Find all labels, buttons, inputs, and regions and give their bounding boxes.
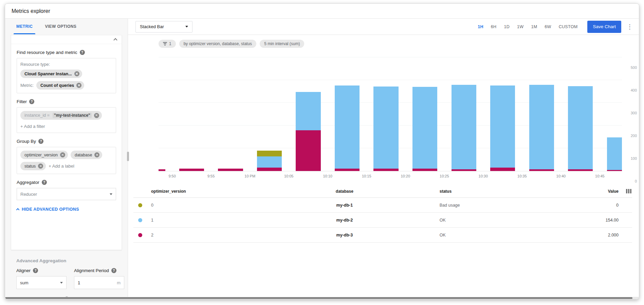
bar-segment-9-series-1[interactable] bbox=[490, 85, 515, 168]
col-optimizer-version: optimizer_version bbox=[151, 189, 250, 194]
cell-status: OK bbox=[440, 233, 574, 237]
bar-segment-8-series-2[interactable] bbox=[452, 169, 476, 171]
group-by-chip-status[interactable]: status✕ bbox=[20, 162, 46, 170]
find-resource-label-row: Find resource type and metric ? bbox=[17, 50, 116, 55]
bar-segment-6-series-1[interactable] bbox=[373, 87, 398, 169]
table-row-0[interactable]: 0my-db-1Bad usage0 bbox=[133, 198, 632, 213]
filter-remove-icon[interactable]: ✕ bbox=[94, 113, 99, 118]
aligner-select[interactable]: sum bbox=[16, 276, 67, 289]
x-axis-label-3: 10:05 bbox=[284, 174, 294, 178]
aggregator-select[interactable]: Reducer bbox=[17, 188, 116, 200]
alignment-period-input[interactable] bbox=[78, 280, 108, 285]
y-axis-label-400: 400 bbox=[631, 88, 637, 92]
interval-chip[interactable]: 5 min interval (sum) bbox=[260, 40, 304, 48]
col-database: database bbox=[250, 189, 440, 194]
tab-view-options[interactable]: VIEW OPTIONS bbox=[45, 19, 76, 34]
chart-type-caret-icon bbox=[185, 26, 188, 27]
y-axis-label-200: 200 bbox=[631, 134, 637, 138]
bar-segment-9-series-2[interactable] bbox=[490, 168, 515, 171]
bar-segment-7-series-2[interactable] bbox=[412, 169, 437, 171]
hide-advanced-options-link[interactable]: HIDE ADVANCED OPTIONS bbox=[17, 207, 116, 212]
resource-type-remove-icon[interactable]: ✕ bbox=[74, 71, 79, 76]
time-range-6w[interactable]: 6W bbox=[545, 24, 551, 29]
metric-remove-icon[interactable]: ✕ bbox=[76, 83, 81, 88]
save-chart-button[interactable]: Save Chart bbox=[587, 21, 621, 33]
bar-segment-3-series-2[interactable] bbox=[257, 168, 282, 171]
horizontal-scrollbar[interactable] bbox=[5, 297, 639, 299]
bar-segment-12-series-1[interactable] bbox=[607, 137, 622, 170]
x-axis-label-11: 10:45 bbox=[595, 174, 605, 178]
cell-database: my-db-2 bbox=[250, 218, 440, 223]
bar-segment-4-series-2[interactable] bbox=[296, 130, 320, 171]
bar-segment-8-series-1[interactable] bbox=[452, 85, 476, 169]
time-range-1d[interactable]: 1D bbox=[504, 24, 510, 29]
group-by-chip-remove-icon[interactable]: ✕ bbox=[60, 152, 65, 157]
filter-count-chip[interactable]: 1 bbox=[159, 40, 176, 48]
advanced-aggregation-title: Advanced Aggregation bbox=[16, 258, 116, 263]
time-range-1w[interactable]: 1W bbox=[517, 24, 523, 29]
group-by-chip-optimizer_version[interactable]: optimizer_version✕ bbox=[20, 151, 68, 159]
aligner-help-icon[interactable]: ? bbox=[33, 268, 38, 273]
tab-metric[interactable]: METRIC bbox=[16, 19, 33, 34]
cell-optimizer-version: 0 bbox=[151, 203, 250, 208]
bar-segment-0-series-2[interactable] bbox=[159, 169, 165, 171]
cell-value: 154.00 bbox=[574, 218, 619, 223]
kebab-menu-icon[interactable]: ⋮ bbox=[627, 23, 633, 31]
add-label-link[interactable]: + Add a label bbox=[49, 164, 74, 169]
add-filter-link[interactable]: + Add a filter bbox=[20, 124, 45, 129]
bar-segment-3-series-1[interactable] bbox=[257, 156, 282, 168]
plot-area[interactable] bbox=[159, 53, 622, 171]
cell-status: Bad usage bbox=[440, 203, 574, 208]
time-range-1h[interactable]: 1H bbox=[478, 24, 483, 29]
metric-config-card: Find resource type and metric ? Resource… bbox=[11, 35, 122, 250]
group-by-chip-remove-icon[interactable]: ✕ bbox=[38, 164, 43, 169]
bar-segment-6-series-2[interactable] bbox=[373, 169, 398, 171]
group-by-help-icon[interactable]: ? bbox=[38, 139, 43, 144]
group-by-summary-chip[interactable]: by optimizer version, database, status bbox=[179, 40, 256, 48]
bar-segment-7-series-1[interactable] bbox=[412, 87, 437, 169]
cell-value: 2.000 bbox=[574, 233, 619, 237]
table-row-2[interactable]: 2my-db-3OK2.000 bbox=[133, 228, 632, 243]
series-color-dot bbox=[138, 218, 142, 222]
bar-segment-3-series-0[interactable] bbox=[257, 151, 282, 156]
find-resource-help-icon[interactable]: ? bbox=[80, 50, 85, 55]
time-range-6h[interactable]: 6H bbox=[491, 24, 497, 29]
bar-segment-1-series-2[interactable] bbox=[179, 169, 204, 171]
bar-segment-12-series-2[interactable] bbox=[607, 170, 622, 171]
chart-toolbar: Stacked Bar 1H6H1D1W1M6WCUSTOM Save Char… bbox=[128, 19, 639, 35]
filter-box: instance_id = "my-test-instance" ✕ + Add… bbox=[17, 107, 116, 133]
aggregator-help-icon[interactable]: ? bbox=[42, 180, 47, 185]
group-by-chip-text: status bbox=[24, 164, 36, 169]
metric-chip[interactable]: Count of queries ✕ bbox=[36, 81, 84, 90]
sidebar-scrollbar-thumb[interactable] bbox=[127, 152, 129, 161]
bar-segment-10-series-1[interactable] bbox=[529, 85, 554, 169]
alignment-period-help-icon[interactable]: ? bbox=[111, 268, 116, 273]
time-range-custom[interactable]: CUSTOM bbox=[559, 24, 578, 29]
filter-help-icon[interactable]: ? bbox=[29, 99, 34, 104]
bar-segment-5-series-2[interactable] bbox=[335, 169, 360, 171]
aggregator-label-row: Aggregator ? bbox=[17, 180, 116, 185]
group-by-label-row: Group By ? bbox=[17, 139, 116, 144]
horizontal-scrollbar-thumb[interactable] bbox=[5, 297, 632, 299]
series-color-dot bbox=[138, 233, 142, 237]
bar-segment-2-series-2[interactable] bbox=[218, 169, 243, 171]
resource-type-chip[interactable]: Cloud Spanner Instan... ✕ bbox=[20, 70, 82, 78]
bar-segment-11-series-2[interactable] bbox=[568, 169, 593, 171]
aligner-label: Aligner bbox=[16, 268, 31, 273]
table-row-1[interactable]: 1my-db-2OK154.00 bbox=[133, 213, 632, 228]
bar-segment-10-series-2[interactable] bbox=[529, 169, 554, 171]
bar-segment-4-series-1[interactable] bbox=[296, 92, 320, 130]
bar-segment-11-series-1[interactable] bbox=[568, 86, 593, 169]
group-by-chip-remove-icon[interactable]: ✕ bbox=[94, 152, 99, 157]
bar-segment-5-series-1[interactable] bbox=[335, 85, 360, 169]
group-by-chip-database[interactable]: database✕ bbox=[71, 151, 102, 159]
filter-chip[interactable]: instance_id = "my-test-instance" ✕ bbox=[20, 111, 102, 120]
time-range-1m[interactable]: 1M bbox=[531, 24, 537, 29]
cell-optimizer-version: 2 bbox=[151, 233, 250, 237]
filter-list-icon bbox=[163, 42, 167, 45]
group-by-chips: optimizer_version✕database✕status✕+ Add … bbox=[20, 151, 112, 170]
column-selector-icon[interactable] bbox=[619, 189, 632, 193]
chart-type-select[interactable]: Stacked Bar bbox=[135, 21, 192, 33]
group-by-chip-text: database bbox=[75, 153, 92, 157]
collapse-chevron-up-icon[interactable] bbox=[113, 38, 117, 42]
